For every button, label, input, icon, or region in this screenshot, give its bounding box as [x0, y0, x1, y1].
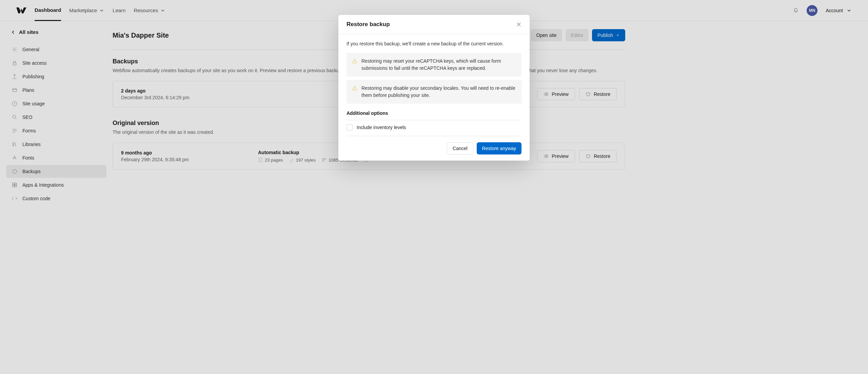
inventory-checkbox[interactable]: [347, 124, 353, 130]
modal-overlay[interactable]: Restore backup If you restore this backu…: [0, 0, 868, 374]
warning-icon: [352, 85, 357, 91]
confirm-restore-button[interactable]: Restore anyway: [477, 142, 521, 154]
options-title: Additional options: [347, 110, 521, 120]
modal-title: Restore backup: [347, 21, 390, 28]
restore-modal: Restore backup If you restore this backu…: [338, 15, 530, 161]
warning-recaptcha: Restoring may reset your reCAPTCHA keys,…: [347, 53, 521, 77]
checkbox-row: Include inventory levels: [347, 124, 521, 136]
close-icon: [516, 22, 521, 27]
warning-locales: Restoring may disable your secondary loc…: [347, 80, 521, 104]
modal-message: If you restore this backup, we'll create…: [347, 40, 521, 47]
checkbox-label: Include inventory levels: [357, 125, 406, 130]
cancel-button[interactable]: Cancel: [447, 142, 473, 154]
warning-text: Restoring may reset your reCAPTCHA keys,…: [361, 58, 516, 72]
warning-icon: [352, 58, 357, 64]
close-button[interactable]: [516, 22, 521, 27]
warning-text: Restoring may disable your secondary loc…: [361, 85, 516, 99]
